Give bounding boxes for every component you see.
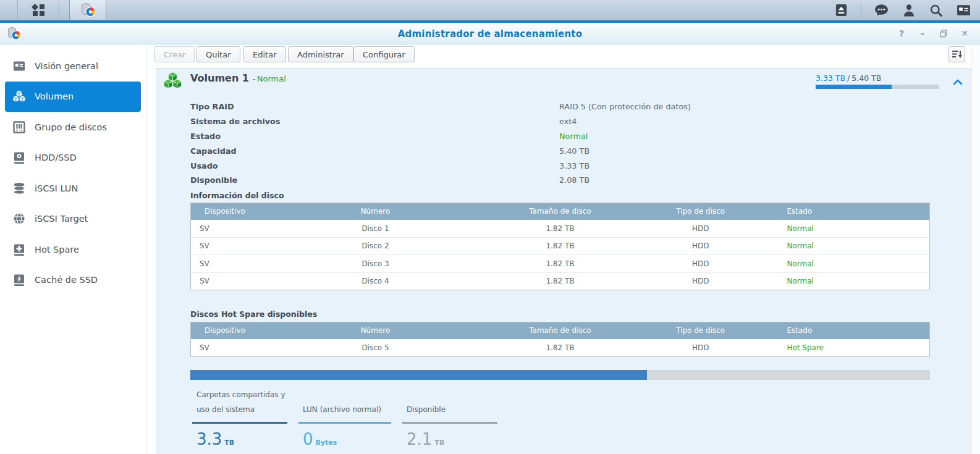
detail-row: Usado3.33 TB bbox=[190, 158, 870, 173]
collapse-all-icon bbox=[952, 49, 963, 59]
crear-button[interactable]: Crear bbox=[154, 46, 195, 62]
disk-info-title: Información del disco bbox=[190, 191, 284, 200]
usage-used: 3.33 TB bbox=[816, 74, 845, 83]
iscsi-lun-icon bbox=[12, 182, 27, 195]
legend-lun: LUN (archivo normal) 0Bytes bbox=[298, 385, 391, 448]
volume-title: Volumen 1-Normal bbox=[190, 72, 286, 84]
legend-available: Disponible 2.1TB bbox=[402, 385, 497, 448]
legend-color-bar bbox=[298, 422, 391, 424]
table-header-row: Dispositivo Número Tamaño de disco Tipo … bbox=[191, 322, 930, 339]
volume-usage-bar-fill bbox=[190, 370, 647, 380]
configurar-button[interactable]: Configurar bbox=[353, 46, 415, 62]
collapse-section-button[interactable] bbox=[952, 77, 963, 86]
sidebar-item-label: Visión general bbox=[35, 61, 98, 71]
search-icon[interactable] bbox=[929, 3, 944, 18]
quitar-button[interactable]: Quitar bbox=[196, 46, 240, 62]
detail-row: Capacidad5.40 TB bbox=[190, 143, 870, 158]
sidebar-item-label: iSCSI LUN bbox=[35, 183, 78, 193]
sidebar: Visión general Volumen bbox=[0, 45, 146, 454]
sidebar-item-grupo-de-discos[interactable]: Grupo de discos bbox=[5, 112, 141, 143]
table-row[interactable]: SV Disco 5 1.82 TB HDD Hot Spare bbox=[191, 339, 930, 357]
volume-details-list: Tipo RAIDRAID 5 (Con protección de datos… bbox=[190, 99, 870, 188]
minimize-button[interactable]: – bbox=[917, 28, 928, 39]
usage-separator: / bbox=[847, 74, 850, 83]
legend-label-line1: LUN (archivo normal) bbox=[303, 402, 391, 417]
sidebar-item-label: Volumen bbox=[35, 91, 74, 101]
restore-button[interactable] bbox=[938, 28, 949, 39]
legend-value: 3.3TB bbox=[192, 430, 287, 448]
storage-manager-icon bbox=[80, 2, 96, 18]
usage-legend: Carpetas compartidas y uso del sistema 3… bbox=[192, 385, 497, 448]
legend-value: 0Bytes bbox=[298, 430, 391, 448]
taskbar-separator bbox=[861, 4, 861, 17]
volume-usage-minibar-fill bbox=[816, 85, 892, 89]
hot-spare-table: Dispositivo Número Tamaño de disco Tipo … bbox=[190, 322, 930, 357]
legend-value: 2.1TB bbox=[402, 430, 497, 448]
iscsi-target-icon bbox=[12, 212, 27, 225]
help-button[interactable]: ? bbox=[896, 28, 907, 39]
legend-color-bar bbox=[402, 422, 497, 424]
user-account-icon[interactable] bbox=[902, 3, 916, 18]
legend-shared-folders: Carpetas compartidas y uso del sistema 3… bbox=[192, 385, 287, 448]
administrar-button[interactable]: Administrar bbox=[288, 46, 353, 62]
volume-panel: Volumen 1-Normal 3.33 TB/5.40 TB Tipo RA… bbox=[156, 68, 971, 454]
notifications-chat-icon[interactable] bbox=[874, 2, 889, 18]
overview-icon bbox=[12, 59, 27, 73]
eject-icon[interactable] bbox=[834, 3, 848, 17]
chevron-up-icon bbox=[952, 78, 963, 86]
collapse-all-button[interactable] bbox=[948, 46, 965, 62]
detail-row: Sistema de archivosext4 bbox=[190, 114, 870, 129]
sidebar-item-label: HDD/SSD bbox=[35, 153, 77, 162]
window-title: Administrador de almacenamiento bbox=[0, 28, 980, 40]
scrollbar-track[interactable] bbox=[971, 45, 980, 454]
ssd-cache-icon bbox=[12, 273, 27, 287]
storage-manager-taskbar-tab[interactable] bbox=[69, 0, 106, 20]
main-menu-button[interactable] bbox=[17, 0, 59, 20]
hdd-icon bbox=[12, 151, 27, 164]
storage-manager-window: Administrador de almacenamiento ? – ✕ bbox=[0, 0, 980, 454]
table-header-row: Dispositivo Número Tamaño de disco Tipo … bbox=[191, 203, 930, 220]
sidebar-item-cache-ssd[interactable]: Caché de SSD bbox=[5, 265, 141, 296]
detail-row: Disponible2.08 TB bbox=[190, 173, 870, 188]
sidebar-item-iscsi-target[interactable]: iSCSI Target bbox=[5, 204, 141, 235]
sidebar-item-hot-spare[interactable]: Hot Spare bbox=[5, 234, 141, 265]
detail-row: EstadoNormal bbox=[190, 129, 870, 144]
sidebar-item-label: Hot Spare bbox=[35, 245, 79, 254]
detail-row: Tipo RAIDRAID 5 (Con protección de datos… bbox=[190, 99, 870, 114]
volume-cubes-icon bbox=[12, 90, 27, 103]
legend-label-line1: Carpetas compartidas y bbox=[196, 387, 287, 402]
toolbar: Crear Quitar Editar Administrar Configur… bbox=[146, 45, 980, 68]
hot-spare-icon bbox=[12, 243, 27, 256]
volume-status-separator: - bbox=[253, 74, 256, 83]
legend-label-line2: uso del sistema bbox=[196, 402, 287, 417]
volume-status: Normal bbox=[257, 74, 286, 83]
hot-spare-title: Discos Hot Spare disponibles bbox=[190, 309, 317, 319]
volume-usage-text: 3.33 TB/5.40 TB bbox=[816, 74, 939, 83]
disk-group-icon bbox=[12, 120, 27, 134]
table-row[interactable]: SV Disco 1 1.82 TB HDD Normal bbox=[191, 220, 930, 238]
disk-info-table: Dispositivo Número Tamaño de disco Tipo … bbox=[190, 203, 930, 290]
desktop-taskbar bbox=[0, 0, 980, 20]
main-menu-icon bbox=[31, 2, 46, 17]
window-titlebar: Administrador de almacenamiento ? – ✕ bbox=[0, 23, 980, 45]
legend-color-bar bbox=[192, 422, 287, 424]
sidebar-item-label: Grupo de discos bbox=[35, 122, 107, 132]
widgets-icon[interactable] bbox=[956, 2, 971, 18]
legend-label-line1: Disponible bbox=[407, 402, 497, 417]
volume-name: Volumen 1 bbox=[190, 72, 249, 84]
table-row[interactable]: SV Disco 2 1.82 TB HDD Normal bbox=[191, 237, 930, 255]
sidebar-item-vision-general[interactable]: Visión general bbox=[5, 51, 141, 82]
sidebar-item-label: iSCSI Target bbox=[35, 214, 88, 224]
close-button[interactable]: ✕ bbox=[959, 28, 970, 39]
volume-usage-bar bbox=[190, 370, 930, 380]
volume-usage-minibar bbox=[816, 85, 939, 89]
table-row[interactable]: SV Disco 4 1.82 TB HDD Normal bbox=[191, 272, 930, 290]
volume-green-cubes-icon bbox=[163, 72, 182, 92]
sidebar-item-label: Caché de SSD bbox=[35, 275, 98, 285]
editar-button[interactable]: Editar bbox=[243, 46, 286, 62]
sidebar-item-volumen[interactable]: Volumen bbox=[5, 82, 141, 112]
table-row[interactable]: SV Disco 3 1.82 TB HDD Normal bbox=[191, 255, 930, 273]
sidebar-item-iscsi-lun[interactable]: iSCSI LUN bbox=[5, 173, 141, 204]
sidebar-item-hdd-ssd[interactable]: HDD/SSD bbox=[5, 143, 141, 174]
usage-total: 5.40 TB bbox=[851, 74, 881, 83]
